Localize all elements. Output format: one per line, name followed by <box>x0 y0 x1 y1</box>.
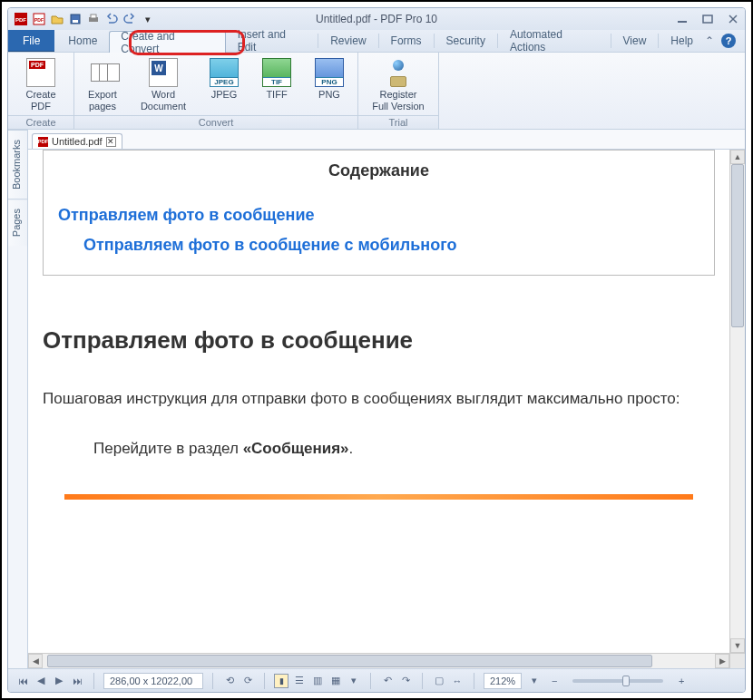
vertical-scrollbar[interactable]: ▲ ▼ <box>729 150 745 653</box>
nav-back-icon[interactable]: ⟲ <box>222 674 237 688</box>
toc-link-1[interactable]: Отправляем фото в сообщение <box>58 206 699 225</box>
fit-group: ▢ ↔ <box>432 674 465 688</box>
zoom-slider-knob[interactable] <box>622 676 630 686</box>
minimize-button[interactable] <box>676 13 689 25</box>
register-icon <box>384 58 413 87</box>
file-tab[interactable]: File <box>8 30 54 52</box>
save-icon[interactable] <box>68 12 83 26</box>
collapse-ribbon-icon[interactable]: ⌃ <box>705 34 714 47</box>
word-document-button[interactable]: W Word Document <box>134 56 192 112</box>
word-icon: W <box>149 58 178 87</box>
window-title: Untitled.pdf - PDF Pro 10 <box>316 13 437 25</box>
fit-width-icon[interactable]: ↔ <box>450 674 465 688</box>
last-page-icon[interactable]: ⏭ <box>70 674 84 688</box>
jpeg-button[interactable]: JPEG JPEG <box>203 56 245 101</box>
qat-dropdown-icon[interactable]: ▾ <box>141 12 155 26</box>
tab-automated-actions[interactable]: Automated Actions <box>498 30 611 52</box>
register-full-version-button[interactable]: Register Full Version <box>366 56 431 112</box>
pdf-icon: PDF <box>26 58 55 87</box>
scroll-up-icon[interactable]: ▲ <box>730 150 745 164</box>
page-nav: ⏮ ◀ ▶ ⏭ <box>15 674 84 688</box>
tab-forms[interactable]: Forms <box>379 30 434 52</box>
close-document-icon[interactable]: ✕ <box>106 137 116 147</box>
view-single-icon[interactable]: ▮ <box>274 674 288 688</box>
svg-text:PDF: PDF <box>34 17 44 23</box>
toc-box: Содержание Отправляем фото в сообщение О… <box>43 150 715 276</box>
svg-rect-9 <box>703 15 712 23</box>
close-button[interactable] <box>727 13 739 25</box>
tiff-button[interactable]: TIF TIFF <box>256 56 298 101</box>
horizontal-scroll-thumb[interactable] <box>47 655 652 667</box>
group-trial: Register Full Version Trial <box>358 53 439 129</box>
png-button[interactable]: PNG PNG <box>308 56 350 101</box>
page-content: Содержание Отправляем фото в сообщение О… <box>28 150 729 500</box>
scroll-right-icon[interactable]: ▶ <box>715 654 729 668</box>
view-continuous-icon[interactable]: ☰ <box>292 674 307 688</box>
redo-icon[interactable] <box>122 12 137 26</box>
rotate-left-icon[interactable]: ↶ <box>380 674 395 688</box>
window-controls <box>676 13 739 25</box>
next-page-icon[interactable]: ▶ <box>52 674 66 688</box>
tab-security[interactable]: Security <box>435 30 497 52</box>
step-1: Перейдите в раздел «Сообщения». <box>93 440 715 458</box>
print-icon[interactable] <box>86 12 101 26</box>
vertical-scroll-thumb[interactable] <box>731 164 744 327</box>
create-pdf-button[interactable]: PDF Create PDF <box>15 56 66 112</box>
toc-link-2[interactable]: Отправляем фото в сообщение с мобильного <box>83 236 699 255</box>
svg-rect-7 <box>91 15 96 18</box>
tab-help[interactable]: Help <box>659 30 705 52</box>
scroll-down-icon[interactable]: ▼ <box>730 638 745 653</box>
app-icon: PDF <box>14 12 28 26</box>
undo-icon[interactable] <box>104 12 119 26</box>
ribbon-tabs: File Home Create and Convert Insert and … <box>8 30 745 52</box>
rotate-right-icon[interactable]: ↷ <box>398 674 413 688</box>
group-convert: Export pages W Word Document JPEG JPEG T… <box>74 53 358 129</box>
sidebar-tab-pages[interactable]: Pages <box>8 199 27 246</box>
coordinates-display: 286,00 x 12022,00 <box>103 673 203 689</box>
prev-page-icon[interactable]: ◀ <box>34 674 48 688</box>
help-icon[interactable]: ? <box>721 34 736 48</box>
new-pdf-icon[interactable]: PDF <box>32 12 46 26</box>
export-pages-icon <box>91 63 115 82</box>
titlebar: PDF PDF ▾ Untitled.pdf - PDF Pro 10 <box>8 8 745 30</box>
group-create: PDF Create PDF Create <box>8 53 74 129</box>
ribbon-body: PDF Create PDF Create Export pages W Wor… <box>8 52 745 130</box>
tab-insert-and-edit[interactable]: Insert and Edit <box>226 30 318 52</box>
svg-rect-5 <box>73 20 78 23</box>
zoom-out-icon[interactable]: − <box>547 674 562 688</box>
toc-title: Содержание <box>58 161 699 180</box>
nav-forward-icon[interactable]: ⟳ <box>240 674 255 688</box>
sidebar-tab-bookmarks[interactable]: Bookmarks <box>8 130 27 199</box>
zoom-slider[interactable] <box>572 679 663 683</box>
open-icon[interactable] <box>50 12 64 26</box>
nav-back-forward: ⟲ ⟳ <box>222 674 255 688</box>
document-tab[interactable]: PDF Untitled.pdf ✕ <box>32 133 122 149</box>
tab-create-and-convert[interactable]: Create and Convert <box>109 31 225 53</box>
document-viewport[interactable]: Содержание Отправляем фото в сообщение О… <box>28 150 729 653</box>
horizontal-scrollbar[interactable]: ◀ ▶ <box>28 654 729 668</box>
zoom-in-icon[interactable]: + <box>674 674 689 688</box>
tab-home[interactable]: Home <box>56 30 109 52</box>
zoom-level[interactable]: 212% <box>484 673 522 689</box>
view-dropdown-icon[interactable]: ▾ <box>347 674 361 688</box>
orange-strip <box>64 494 693 500</box>
export-pages-button[interactable]: Export pages <box>82 56 123 112</box>
scroll-left-icon[interactable]: ◀ <box>28 654 43 668</box>
jpeg-icon: JPEG <box>210 58 239 87</box>
view-facing-icon[interactable]: ▥ <box>310 674 325 688</box>
tab-review[interactable]: Review <box>318 30 377 52</box>
zoom-dropdown-icon[interactable]: ▾ <box>527 674 542 688</box>
fit-page-icon[interactable]: ▢ <box>432 674 446 688</box>
document-tab-name: Untitled.pdf <box>52 136 103 147</box>
first-page-icon[interactable]: ⏮ <box>15 674 30 688</box>
document-tabs: PDF Untitled.pdf ✕ <box>28 130 745 150</box>
tif-icon: TIF <box>262 58 291 87</box>
rotate-group: ↶ ↷ <box>380 674 413 688</box>
tab-view[interactable]: View <box>611 30 659 52</box>
pdf-mini-icon: PDF <box>38 137 48 147</box>
maximize-button[interactable] <box>701 13 714 25</box>
view-facing-continuous-icon[interactable]: ▦ <box>328 674 343 688</box>
paragraph-1: Пошаговая инструкция для отправки фото в… <box>43 384 715 414</box>
heading-1: Отправляем фото в сообщение <box>43 326 715 355</box>
svg-text:PDF: PDF <box>15 17 26 23</box>
